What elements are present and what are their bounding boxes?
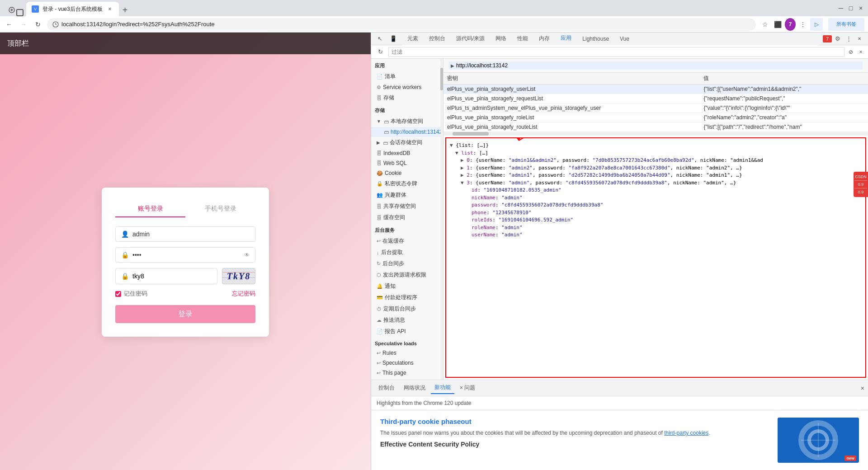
bookmark-button[interactable]: ☆ [760, 19, 770, 30]
sidebar-item-private-state[interactable]: 🔒私密状态令牌 [371, 178, 443, 189]
sidebar-item-payment[interactable]: 💳付款处理程序 [371, 292, 443, 303]
sidebar-scrollbar-thumb[interactable] [440, 68, 443, 90]
tab-close-button[interactable]: × [106, 5, 113, 13]
sidebar-item-push[interactable]: ☁推送消息 [371, 315, 443, 326]
sidebar-item-periodic-sync[interactable]: ⏱定期后台同步 [371, 303, 443, 315]
profile-button[interactable]: 7 [785, 19, 796, 30]
devtools-tab-performance[interactable]: 性能 [512, 33, 533, 45]
bottom-tab-whats-new[interactable]: 新功能 [431, 382, 454, 394]
restore-icon[interactable] [16, 9, 24, 16]
devtools-tab-sources[interactable]: 源代码/来源 [451, 33, 490, 45]
sidebar-item-service-workers[interactable]: ⚙Service workers [371, 82, 443, 92]
sidebar-item-indexeddb[interactable]: 🗄IndexedDB [371, 148, 443, 158]
menu-button[interactable]: ⋮ [797, 19, 808, 30]
devtools-tab-console[interactable]: 控制台 [424, 33, 451, 45]
password-toggle-icon[interactable]: 👁 [244, 252, 250, 258]
filter-close-button[interactable]: × [857, 48, 864, 56]
json-expand-1[interactable]: ▶ [461, 165, 464, 171]
devtools-filter-input[interactable] [388, 47, 844, 57]
sidebar-item-session-storage[interactable]: ▶ 🗃会话存储空间 [371, 137, 443, 148]
new-tab-button[interactable]: + [119, 4, 132, 16]
sidebar-item-speculations[interactable]: ↩Speculations [371, 358, 443, 368]
sidebar-item-reporting-api[interactable]: 📄报告 API [371, 326, 443, 337]
sidebar-item-shared-storage[interactable]: 🗄共享存储空间 [371, 201, 443, 212]
sidebar-item-cache[interactable]: 🗄缓存空间 [371, 212, 443, 223]
table-row[interactable]: elPlus_vue_pinia_storagefy_routeList {"l… [443, 122, 868, 132]
json-expand-3[interactable]: ▼ [461, 180, 464, 186]
reload-button[interactable]: ↻ [33, 19, 43, 30]
username-input[interactable] [132, 230, 250, 238]
table-row[interactable]: elPlus_vue_pinia_storagefy_requestList {… [443, 94, 868, 103]
json-expand-list[interactable]: ▼ [455, 150, 458, 156]
bookmarks-panel-button[interactable]: ▷ [810, 18, 823, 31]
login-submit-button[interactable]: 登录 [115, 305, 255, 323]
captcha-image[interactable]: TkY8 [222, 268, 255, 284]
captcha-input[interactable] [132, 273, 212, 280]
extensions-button[interactable]: ⬛ [772, 19, 783, 30]
bottom-tab-network-conditions[interactable]: 网络状况 [400, 382, 429, 394]
forgot-password-link[interactable]: 忘记密码 [232, 290, 255, 298]
sidebar-item-storage[interactable]: 🗄存储 [371, 92, 443, 103]
sidebar-item-back-cache[interactable]: ↩在返缓存 [371, 235, 443, 247]
table-h-scrollbar-thumb[interactable] [453, 132, 489, 136]
devtools-settings-icon[interactable]: ⚙ [833, 34, 843, 44]
devtools-tab-lighthouse[interactable]: Lighthouse [577, 33, 614, 45]
login-tab-account[interactable]: 账号登录 [115, 201, 185, 217]
refresh-icon[interactable]: ↻ [375, 47, 386, 57]
login-tab-phone[interactable]: 手机号登录 [185, 201, 255, 217]
tab-menu-icon[interactable] [7, 4, 16, 16]
devtools-more-icon[interactable]: ⋮ [844, 34, 854, 44]
sidebar-item-interest-groups[interactable]: 👥兴趣群体 [371, 189, 443, 201]
third-party-cookie-title[interactable]: Third-party cookie phaseout [380, 418, 770, 425]
back-button[interactable]: ← [4, 19, 14, 30]
storage-origin-item[interactable]: ▶ http://localhost:13142 [449, 61, 863, 70]
devtools-tab-memory[interactable]: 内存 [533, 33, 555, 45]
sidebar-item-manifest[interactable]: 📄清单 [371, 71, 443, 82]
maximize-button[interactable]: □ [847, 5, 854, 12]
devtools-tab-vue[interactable]: Vue [614, 33, 635, 45]
bottom-tab-console[interactable]: 控制台 [375, 382, 398, 394]
sidebar-item-local-storage[interactable]: ▼ 🗃本地存储空间 [371, 116, 443, 127]
sidebar-item-rules[interactable]: ↩Rules [371, 348, 443, 358]
third-party-cookies-link[interactable]: third-party cookies [664, 430, 708, 436]
forward-button[interactable]: → [18, 19, 29, 30]
sidebar-item-this-page[interactable]: ↩This page [371, 368, 443, 378]
json-expand-2[interactable]: ▶ [461, 172, 464, 178]
devtools-close-icon[interactable]: × [854, 34, 864, 44]
bottom-tab-issues[interactable]: × 问题 [456, 382, 479, 394]
remember-password-checkbox[interactable] [115, 291, 121, 297]
inspect-icon[interactable]: ↖ [375, 34, 385, 44]
sidebar-item-cross-origin[interactable]: ⬡发出跨源请求权限 [371, 269, 443, 281]
sidebar-item-local-storage-url[interactable]: 🗃http://localhost:13142 [371, 127, 443, 137]
sidebar-item-cookie[interactable]: 🍪Cookie [371, 168, 443, 178]
sidebar-item-bg-sync[interactable]: ↻后台同步 [371, 258, 443, 269]
table-h-scrollbar[interactable] [443, 132, 868, 136]
devtools-tab-elements[interactable]: 元素 [402, 33, 424, 45]
csdn-floating-button[interactable]: CSDN 0.9 0.9 [854, 172, 868, 197]
new-badge: new [844, 456, 856, 461]
sidebar-item-notifications[interactable]: 🔔通知 [371, 281, 443, 292]
filter-clear-button[interactable]: ⊘ [847, 48, 854, 56]
json-expand-root[interactable]: ▼ [450, 142, 453, 148]
close-button[interactable]: × [857, 5, 864, 12]
table-row[interactable]: elPlus_vue_pinia_storagefy_roleList {"ro… [443, 113, 868, 122]
bottom-close-button[interactable]: × [861, 385, 864, 392]
device-icon[interactable]: 📱 [388, 34, 398, 44]
table-row[interactable]: elPlus_ts_adminSystem_new_elPlus_vue_pin… [443, 103, 868, 113]
this-page-icon: ↩ [377, 370, 381, 376]
session-storage-icon: 🗃 [383, 140, 388, 146]
url-bar[interactable]: localhost:13142/login?redirect=%252FsysA… [47, 18, 756, 31]
page-header: 顶部栏 [0, 33, 371, 54]
browser-tab-active[interactable]: V 登录 - vue3后台系统模板 × [26, 2, 119, 16]
devtools-toolbar: ↻ ⊘ × [371, 45, 868, 59]
sidebar-item-web-sql[interactable]: 🗄Web SQL [371, 158, 443, 168]
devtools-tab-network[interactable]: 网络 [490, 33, 512, 45]
devtools-tab-application[interactable]: 应用 [555, 33, 577, 45]
json-expand-0[interactable]: ▶ [461, 157, 464, 163]
password-input[interactable] [132, 251, 244, 258]
table-row[interactable]: elPlus_vue_pinia_storagefy_userList {"li… [443, 85, 868, 94]
sidebar-item-bg-fetch[interactable]: ↓后台提取 [371, 247, 443, 258]
all-bookmarks-button[interactable]: 所有书签 [828, 18, 864, 31]
minimize-button[interactable]: ─ [837, 5, 844, 12]
content-security-policy-title[interactable]: Effective Content Security Policy [380, 441, 770, 448]
